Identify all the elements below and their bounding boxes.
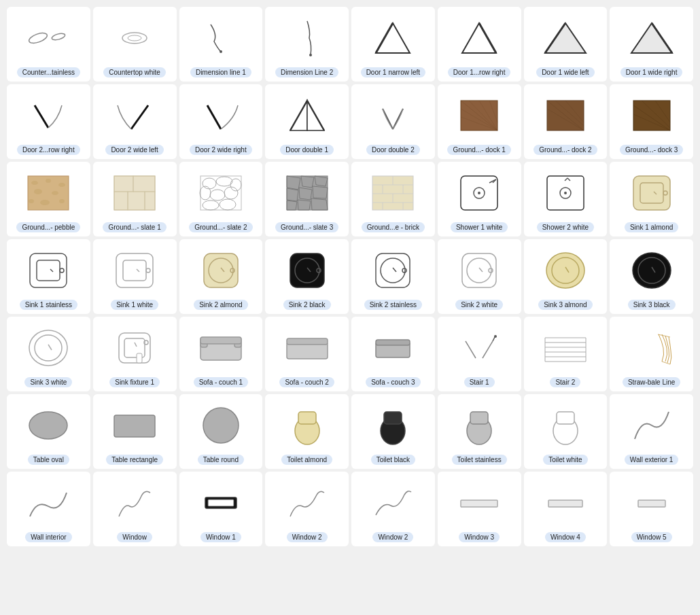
cell-door-1-narrow-left[interactable]: Door 1 narrow left: [351, 7, 435, 82]
cell-door-2-wide-left[interactable]: Door 2 wide left: [93, 84, 177, 159]
cell-countertop-stainless[interactable]: Counter...tainless: [7, 7, 90, 82]
label-sink-3-black: Sink 3 black: [628, 300, 676, 310]
cell-sink-3-black[interactable]: Sink 3 black: [610, 239, 693, 314]
cell-wall-exterior-1[interactable]: Wall exterior 1: [610, 394, 693, 469]
label-toilet-black: Toilet black: [371, 455, 415, 465]
svg-marker-8: [462, 23, 496, 53]
cell-stair-2[interactable]: Stair 2: [524, 317, 608, 391]
label-ground-slate-3: Ground...- slate 3: [275, 222, 338, 232]
cell-ground-dock-2[interactable]: Ground...- dock 2: [524, 84, 608, 159]
label-sink-2-stainless: Sink 2 stainless: [364, 300, 422, 310]
cell-window-2b[interactable]: Window 2: [351, 472, 435, 546]
cell-toilet-white[interactable]: Toilet white: [524, 394, 608, 469]
label-window-2a: Window 2: [287, 532, 328, 542]
label-toilet-white: Toilet white: [543, 455, 587, 465]
label-dimension-line-2: Dimension Line 2: [275, 67, 338, 77]
label-sink-1-stainless: Sink 1 stainless: [20, 300, 77, 310]
label-wall-interior: Wall interior: [25, 532, 71, 542]
svg-point-41: [31, 181, 38, 185]
cell-door-2-narrow-right[interactable]: Door 2...row right: [7, 84, 90, 159]
cell-straw-bale-line[interactable]: Straw-bale Line: [610, 317, 693, 391]
svg-rect-168: [557, 412, 574, 424]
cell-wall-interior[interactable]: Wall interior: [7, 472, 90, 546]
cell-shower-2-white[interactable]: Shower 2 white: [524, 162, 608, 236]
cell-ground-slate-1[interactable]: Ground...- slate 1: [93, 162, 177, 236]
cell-toilet-black[interactable]: Toilet black: [351, 394, 435, 469]
label-toilet-stainless: Toilet stainless: [452, 455, 507, 465]
svg-line-145: [483, 341, 493, 358]
cell-sink-2-stainless[interactable]: Sink 2 stainless: [351, 239, 435, 314]
svg-point-147: [494, 335, 497, 338]
cell-shower-1-white[interactable]: Shower 1 white: [438, 162, 521, 236]
cell-window[interactable]: Window: [93, 472, 177, 546]
cell-ground-dock-1[interactable]: Ground...- dock 1: [438, 84, 521, 159]
cell-sink-1-white[interactable]: Sink 1 white: [93, 239, 177, 314]
cell-stair-1[interactable]: Stair 1: [438, 317, 521, 391]
cell-countertop-white[interactable]: Countertop white: [93, 7, 177, 82]
label-ground-slate-1: Ground...- slate 1: [103, 222, 166, 232]
cell-table-rectangle[interactable]: Table rectangle: [93, 394, 177, 469]
label-ground-slate-2: Ground...- slate 2: [189, 222, 252, 232]
cell-window-1[interactable]: Window 1: [179, 472, 263, 546]
cell-sink-1-stainless[interactable]: Sink 1 stainless: [7, 239, 90, 314]
label-door-1-narrow-left: Door 1 narrow left: [361, 67, 425, 77]
svg-rect-135: [137, 353, 142, 363]
label-sink-3-almond: Sink 3 almond: [538, 300, 592, 310]
cell-ground-slate-3[interactable]: Ground...- slate 3: [265, 162, 349, 236]
svg-rect-98: [30, 253, 67, 287]
cell-window-2a[interactable]: Window 2: [265, 472, 349, 546]
cell-sofa-couch-1[interactable]: Sofa - couch 1: [179, 317, 263, 391]
svg-point-48: [59, 199, 65, 203]
svg-rect-139: [200, 337, 241, 344]
cell-sofa-couch-2[interactable]: Sofa - couch 2: [265, 317, 349, 391]
cell-sink-2-white[interactable]: Sink 2 white: [438, 239, 521, 314]
label-stair-2: Stair 2: [550, 377, 580, 387]
label-window: Window: [117, 532, 152, 542]
cell-dimension-line-1[interactable]: Dimension line 1: [179, 7, 263, 82]
label-window-2b: Window 2: [372, 532, 413, 542]
cell-sink-2-almond[interactable]: Sink 2 almond: [179, 239, 263, 314]
svg-marker-6: [376, 23, 410, 53]
symbol-grid: Counter...tainless Countertop white Dime…: [7, 7, 693, 546]
svg-rect-141: [287, 338, 328, 345]
cell-sink-3-white[interactable]: Sink 3 white: [7, 317, 90, 391]
cell-door-1-wide-left[interactable]: Door 1 wide left: [524, 7, 608, 82]
svg-line-14: [35, 105, 48, 128]
label-ground-brick: Ground...e - brick: [362, 222, 425, 232]
svg-rect-49: [114, 176, 155, 210]
cell-table-round[interactable]: Table round: [179, 394, 263, 469]
svg-rect-172: [548, 500, 582, 507]
cell-door-2-wide-right[interactable]: Door 2 wide right: [179, 84, 263, 159]
label-window-5: Window 5: [631, 532, 672, 542]
cell-window-4[interactable]: Window 4: [524, 472, 608, 546]
cell-ground-dock-3[interactable]: Ground...- dock 3: [610, 84, 693, 159]
label-ground-dock-2: Ground...- dock 2: [533, 145, 597, 155]
label-ground-pebble: Ground...- pebble: [16, 222, 80, 232]
cell-toilet-stainless[interactable]: Toilet stainless: [438, 394, 521, 469]
cell-sink-3-almond[interactable]: Sink 3 almond: [524, 239, 608, 314]
label-sink-2-almond: Sink 2 almond: [194, 300, 247, 310]
cell-sink-fixture-1[interactable]: Sink fixture 1: [93, 317, 177, 391]
svg-point-91: [564, 192, 567, 194]
cell-ground-pebble[interactable]: Ground...- pebble: [7, 162, 90, 236]
label-door-2-narrow-right: Door 2...row right: [17, 145, 80, 155]
cell-ground-slate-2[interactable]: Ground...- slate 2: [179, 162, 263, 236]
svg-line-16: [207, 105, 221, 129]
cell-door-double-2[interactable]: Door double 2: [351, 84, 435, 159]
label-sofa-couch-2: Sofa - couch 2: [279, 377, 334, 387]
label-door-1-wide-right: Door 1 wide right: [620, 67, 683, 77]
cell-door-double-1[interactable]: Door double 1: [265, 84, 349, 159]
cell-window-3[interactable]: Window 3: [438, 472, 521, 546]
cell-sink-2-black[interactable]: Sink 2 black: [265, 239, 349, 314]
cell-sink-1-almond[interactable]: Sink 1 almond: [610, 162, 693, 236]
cell-dimension-line-2[interactable]: Dimension Line 2: [265, 7, 349, 82]
cell-table-oval[interactable]: Table oval: [7, 394, 90, 469]
label-sink-2-black: Sink 2 black: [283, 300, 331, 310]
cell-toilet-almond[interactable]: Toilet almond: [265, 394, 349, 469]
cell-sofa-couch-3[interactable]: Sofa - couch 3: [351, 317, 435, 391]
cell-door-1-narrow-right[interactable]: Door 1...row right: [438, 7, 521, 82]
cell-ground-brick[interactable]: Ground...e - brick: [351, 162, 435, 236]
cell-door-1-wide-right[interactable]: Door 1 wide right: [610, 7, 693, 82]
svg-point-158: [29, 412, 67, 439]
cell-window-5[interactable]: Window 5: [610, 472, 693, 546]
